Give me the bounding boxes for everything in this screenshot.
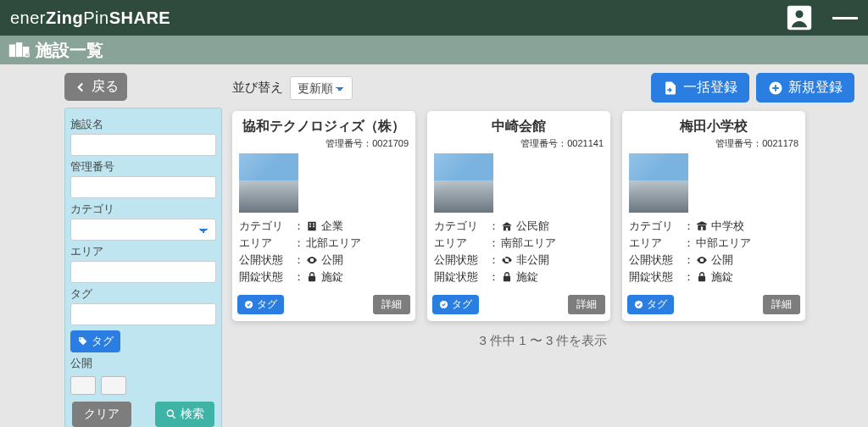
top-bar: enerZingPinSHARE: [0, 0, 868, 36]
check-icon: [634, 300, 643, 309]
category-select[interactable]: [70, 219, 216, 241]
card-lock-label: 開錠状態: [434, 269, 487, 286]
card-mgmt-number: 管理番号：0021709: [232, 137, 415, 153]
card-area-value: 南部エリア: [501, 235, 556, 252]
card-title: 協和テクノロジィズ（株）: [237, 118, 410, 136]
new-register-button[interactable]: 新規登録: [756, 73, 854, 103]
card-category-label: カテゴリ: [629, 218, 682, 235]
area-input[interactable]: [70, 261, 216, 283]
category-label: カテゴリ: [70, 202, 216, 217]
card-thumbnail: [239, 153, 298, 213]
card-category-value: 企業: [321, 218, 343, 235]
buildings-icon: [8, 41, 31, 59]
card-category-value: 公民館: [516, 218, 549, 235]
mgmt-number-input[interactable]: [70, 176, 216, 198]
card-category-label: カテゴリ: [434, 218, 487, 235]
card-area-value: 中部エリア: [696, 235, 751, 252]
clear-button[interactable]: クリア: [72, 402, 131, 427]
lock-icon: [306, 271, 318, 283]
check-icon: [439, 300, 448, 309]
card-public-value: 非公開: [516, 252, 549, 269]
eye-icon: [696, 254, 708, 266]
user-menu-button[interactable]: [785, 3, 814, 32]
facility-card: 協和テクノロジィズ（株） 管理番号：0021709 カテゴリ：企業 エリア：北部…: [232, 111, 415, 321]
card-mgmt-number: 管理番号：0021141: [427, 137, 610, 153]
back-button[interactable]: 戻る: [64, 73, 127, 101]
plus-circle-icon: [768, 80, 783, 96]
card-category-label: カテゴリ: [239, 218, 292, 235]
mgmt-number-label: 管理番号: [70, 159, 216, 175]
public-option-b[interactable]: [101, 376, 126, 395]
card-category-value: 中学校: [711, 218, 744, 235]
sort-select[interactable]: 更新順: [290, 76, 353, 100]
page-title: 施設一覧: [36, 39, 103, 62]
facility-name-input[interactable]: [70, 134, 216, 156]
card-tag-button[interactable]: タグ: [432, 295, 479, 314]
category-icon: [306, 220, 318, 232]
card-detail-button[interactable]: 詳細: [373, 295, 410, 314]
category-icon: [501, 220, 513, 232]
eye-icon: [306, 254, 318, 266]
lock-icon: [696, 271, 708, 283]
card-lock-value: 施錠: [711, 269, 733, 286]
card-thumbnail: [629, 153, 688, 213]
card-area-label: エリア: [629, 235, 682, 252]
card-area-label: エリア: [434, 235, 487, 252]
file-import-icon: [663, 80, 678, 96]
card-lock-value: 施錠: [516, 269, 538, 286]
card-mgmt-number: 管理番号：0021178: [622, 137, 805, 153]
page-header: 施設一覧: [0, 36, 868, 64]
tag-label: タグ: [70, 286, 216, 302]
result-count: 3 件中 1 〜 3 件を表示: [232, 333, 854, 349]
bulk-register-button[interactable]: 一括登録: [651, 73, 749, 103]
card-lock-value: 施錠: [321, 269, 343, 286]
public-label: 公開: [70, 356, 216, 371]
public-option-a[interactable]: [70, 376, 96, 395]
card-area-value: 北部エリア: [306, 235, 361, 252]
facility-card: 梅田小学校 管理番号：0021178 カテゴリ：中学校 エリア：中部エリア 公開…: [622, 111, 805, 321]
card-detail-button[interactable]: 詳細: [568, 295, 605, 314]
tag-input[interactable]: [70, 303, 216, 325]
card-thumbnail: [434, 153, 493, 213]
card-area-label: エリア: [239, 235, 292, 252]
card-public-label: 公開状態: [239, 252, 292, 269]
check-icon: [244, 300, 253, 309]
facility-card: 中崎会館 管理番号：0021141 カテゴリ：公民館 エリア：南部エリア 公開状…: [427, 111, 610, 321]
card-title: 中崎会館: [432, 118, 605, 136]
facility-name-label: 施設名: [70, 117, 216, 132]
card-public-label: 公開状態: [629, 252, 682, 269]
lock-icon: [501, 271, 513, 283]
card-public-label: 公開状態: [434, 252, 487, 269]
card-lock-label: 開錠状態: [239, 269, 292, 286]
card-public-value: 公開: [321, 252, 343, 269]
user-icon: [785, 0, 814, 81]
card-title: 梅田小学校: [627, 118, 800, 136]
tag-icon: [77, 336, 88, 347]
card-tag-button[interactable]: タグ: [627, 295, 674, 314]
filter-panel: 施設名 管理番号 カテゴリ エリア タグ タグ 公開 クリア: [64, 108, 222, 427]
area-label: エリア: [70, 244, 216, 259]
hamburger-menu-button[interactable]: [832, 3, 858, 32]
card-tag-button[interactable]: タグ: [237, 295, 284, 314]
category-icon: [696, 220, 708, 232]
card-detail-button[interactable]: 詳細: [763, 295, 800, 314]
arrow-left-icon: [73, 80, 88, 95]
tag-picker-button[interactable]: タグ: [70, 330, 120, 352]
sort-label: 並び替え: [232, 80, 283, 96]
search-icon: [165, 408, 177, 420]
brand-logo: enerZingPinSHARE: [10, 8, 170, 28]
eye-off-icon: [501, 254, 513, 266]
search-button[interactable]: 検索: [155, 402, 214, 427]
card-public-value: 公開: [711, 252, 733, 269]
card-lock-label: 開錠状態: [629, 269, 682, 286]
